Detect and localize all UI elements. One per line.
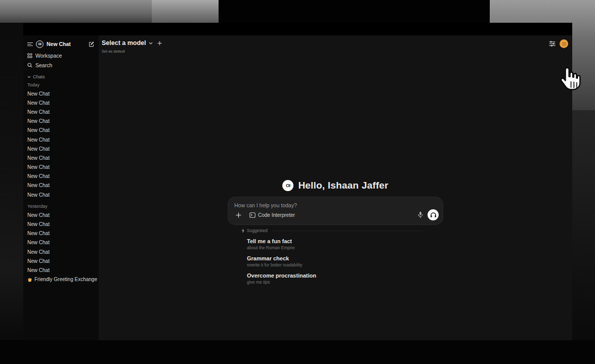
chat-group-label: Yesterday [23,202,99,210]
divider [273,231,422,231]
microphone-icon[interactable] [418,211,423,218]
chat-item[interactable]: New Chat [23,247,99,256]
prompt-title: Tell me a fun fact [247,238,443,245]
chat-item[interactable]: New Chat [23,153,99,162]
chat-item-label: New Chat [27,240,50,245]
new-chat-edit-icon[interactable] [89,41,95,47]
chat-item[interactable]: New Chat [23,256,99,265]
suggested-prompt[interactable]: Tell me a fun fact about the Roman Empir… [247,238,443,251]
model-selector-label: Select a model [102,39,146,47]
chat-item-label: New Chat [27,127,50,133]
chat-item-label: New Chat [27,118,50,124]
chat-item-label: New Chat [27,155,50,161]
chat-list: Today New Chat New Chat New Chat New Cha… [23,81,99,275]
chat-item[interactable]: New Chat [23,172,99,181]
main-area: Select a model Set as default [99,35,572,340]
sidebar-title: New Chat [47,41,71,47]
suggested-prompt[interactable]: Overcome procrastination give me tips [247,272,443,285]
chat-item-label: New Chat [27,192,50,198]
app-logo-icon: OI [282,180,293,191]
chat-item[interactable]: New Chat [23,98,99,107]
workspace-label: Workspace [35,53,62,59]
chat-item[interactable]: New Chat [23,181,99,190]
prompt-subtitle: rewrite it for better readability [247,262,443,268]
chat-item[interactable]: New Chat [23,126,99,135]
chat-item-label: New Chat [27,183,50,188]
search-label: Search [35,62,52,68]
chat-item-label: New Chat [27,221,50,227]
greeting-text: Hello, Ishaan Jaffer [298,180,388,191]
avatar-image [562,42,566,46]
bolt-icon [241,229,245,233]
prompt-title: Grammar check [247,255,443,262]
set-as-default-link[interactable]: Set as default [102,49,125,54]
chevron-down-icon [149,42,153,44]
sidebar: OI New Chat Workspace [23,35,99,340]
chat-item-label: New Chat [27,173,50,179]
attach-plus-button[interactable] [233,210,243,220]
chevron-down-icon [27,76,31,78]
chat-item-label: New Chat [27,249,50,255]
window-top-strip [23,23,572,35]
suggested-section: Suggested Tell me a fun fact about the R… [228,228,443,285]
chat-item-label: Friendly Greeting Exchange [34,277,97,282]
greeting: OI Hello, Ishaan Jaffer [282,180,388,191]
chat-item-label: New Chat [27,146,50,152]
desktop-backdrop-left-column [0,23,23,340]
suggested-label: Suggested [247,228,268,233]
suggested-prompt[interactable]: Grammar check rewrite it for better read… [247,255,443,268]
chat-item[interactable]: New Chat [23,219,99,229]
chat-item[interactable]: New Chat [23,238,99,247]
desktop-backdrop-right-column [572,110,595,340]
chat-item[interactable]: New Chat [23,135,99,144]
chat-group-label: Today [23,81,99,89]
chat-item-label: New Chat [27,212,50,218]
chat-item-label: New Chat [27,100,50,106]
chat-item[interactable]: New Chat [23,190,99,199]
user-avatar[interactable] [560,39,568,48]
chat-input-box: Code Interpreter [228,197,443,224]
chat-item-label: New Chat [27,109,50,115]
chat-item[interactable]: New Chat [23,163,99,172]
workspace-grid-icon [27,53,32,58]
prompt-subtitle: about the Roman Empire [247,245,443,251]
chat-item[interactable]: New Chat [23,210,99,219]
desktop-backdrop-bottom [0,340,595,364]
open-webui-window: OI New Chat Workspace [23,23,572,340]
mouse-cursor-hand [558,66,583,93]
chat-item[interactable]: New Chat [23,117,99,126]
controls-sliders-icon[interactable] [549,41,556,47]
sidebar-toggle-icon[interactable] [27,42,33,47]
chat-item-label: New Chat [27,267,50,273]
prompt-subtitle: give me tips [247,280,443,285]
chats-section-toggle[interactable]: Chats [23,74,99,80]
waving-hand-icon [27,277,32,282]
app-logo-icon: OI [36,40,44,48]
main-header: Select a model Set as default [99,38,572,58]
sidebar-item-workspace[interactable]: Workspace [23,52,99,60]
suggested-prompts: Tell me a fun fact about the Roman Empir… [228,238,443,285]
chat-item[interactable]: New Chat [23,265,99,275]
voice-call-button[interactable] [428,209,439,220]
prompt-title: Overcome procrastination [247,272,443,279]
search-icon [27,63,32,68]
center-stack: OI Hello, Ishaan Jaffer [99,180,572,285]
chat-item[interactable]: New Chat [23,89,99,98]
code-interpreter-label: Code Interpreter [258,212,295,218]
sidebar-item-search[interactable]: Search [23,61,99,69]
code-interpreter-icon [249,212,256,218]
model-selector[interactable]: Select a model [102,39,162,47]
desktop-backdrop-top-left-highlight [152,0,219,23]
code-interpreter-toggle[interactable]: Code Interpreter [249,212,295,218]
chat-item-label: New Chat [27,137,50,143]
add-model-icon[interactable] [157,41,162,46]
chat-item-label: New Chat [27,258,50,264]
chat-item[interactable]: New Chat [23,107,99,116]
chat-item[interactable]: New Chat [23,144,99,153]
chats-section-label: Chats [33,74,45,79]
chat-item-label: New Chat [27,91,50,97]
chat-item[interactable]: New Chat [23,229,99,238]
chat-item-named[interactable]: Friendly Greeting Exchange [23,275,99,284]
chat-item-label: New Chat [27,164,50,170]
chat-item-label: New Chat [27,231,50,236]
